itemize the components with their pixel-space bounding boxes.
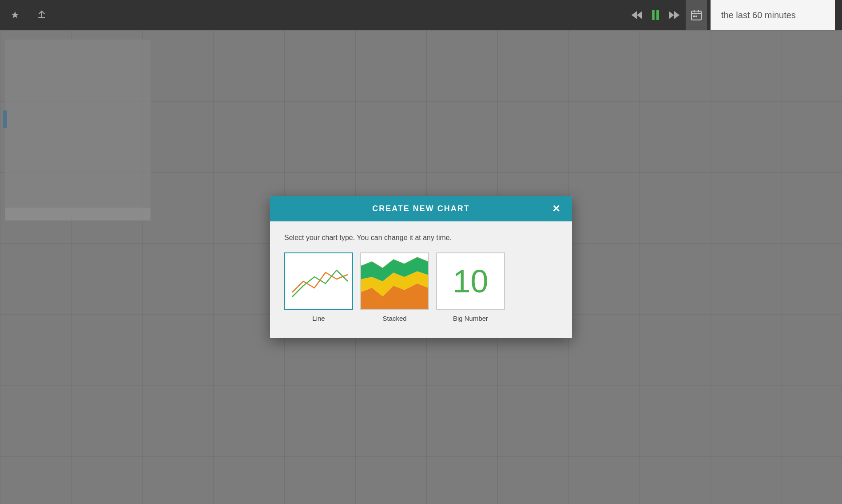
modal-body: Select your chart type. You can change i…	[270, 221, 572, 338]
toolbar: ★	[0, 0, 842, 30]
chart-type-line[interactable]: Line	[284, 252, 353, 322]
star-icon[interactable]: ★	[7, 7, 23, 23]
time-range-display[interactable]: the last 60 minutes	[711, 0, 835, 30]
svg-rect-5	[693, 16, 695, 17]
modal-overlay: CREATE NEW CHART ✕ Select your chart typ…	[0, 30, 842, 504]
big-number-thumb[interactable]: 10	[436, 252, 505, 310]
modal-subtitle: Select your chart type. You can change i…	[284, 234, 558, 242]
calendar-button[interactable]	[686, 0, 707, 30]
stacked-chart-thumb[interactable]	[360, 252, 429, 310]
line-chart-label: Line	[312, 315, 325, 322]
toolbar-right: the last 60 minutes	[629, 0, 835, 30]
modal-close-button[interactable]: ✕	[549, 202, 563, 216]
svg-marker-0	[637, 11, 642, 19]
line-chart-thumb[interactable]	[284, 252, 353, 310]
chart-type-stacked[interactable]: Stacked	[360, 252, 429, 322]
chart-type-selector: Line	[284, 252, 558, 322]
svg-marker-1	[632, 11, 637, 19]
create-chart-modal: CREATE NEW CHART ✕ Select your chart typ…	[270, 196, 572, 338]
pause-bar-right	[656, 10, 659, 20]
modal-title: CREATE NEW CHART	[281, 204, 561, 213]
pause-button[interactable]	[648, 8, 663, 22]
fast-forward-button[interactable]	[666, 7, 682, 23]
stacked-chart-label: Stacked	[382, 315, 406, 322]
dashboard: CREATE NEW CHART ✕ Select your chart typ…	[0, 30, 842, 504]
modal-header: CREATE NEW CHART ✕	[270, 196, 572, 221]
svg-rect-6	[695, 16, 697, 17]
share-icon[interactable]	[34, 7, 50, 23]
chart-type-big-number[interactable]: 10 Big Number	[436, 252, 505, 322]
big-number-value: 10	[453, 265, 488, 297]
svg-marker-2	[669, 11, 674, 19]
big-number-label: Big Number	[453, 315, 488, 322]
pause-bar-left	[652, 10, 655, 20]
toolbar-left: ★	[7, 7, 50, 23]
svg-marker-3	[674, 11, 679, 19]
rewind-button[interactable]	[629, 7, 645, 23]
